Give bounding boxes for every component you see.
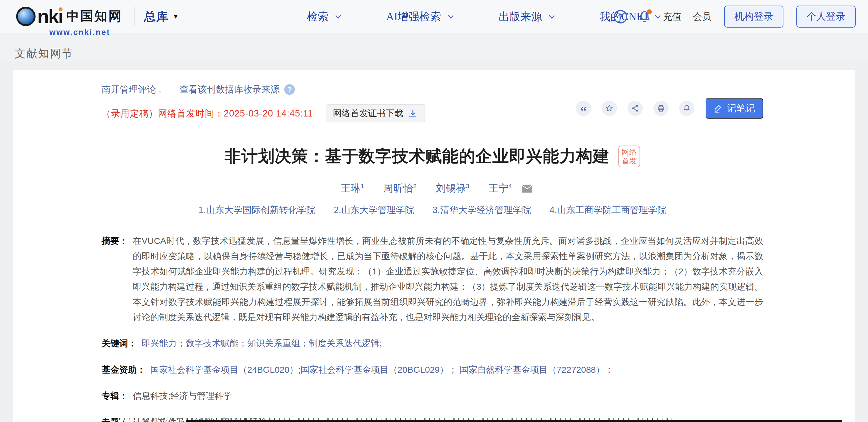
database-source-link[interactable]: 查看该刊数据库收录来源 <box>179 83 280 96</box>
favorite-star-icon[interactable] <box>602 101 617 116</box>
title-row: 非计划决策：基于数字技术赋能的企业即兴能力构建 网络 首发 <box>102 145 763 168</box>
main-nav: 检索 AI增强检索 出版来源 我的CNKI <box>307 0 661 33</box>
album-value: 信息科技;经济与管理科学 <box>133 388 232 404</box>
keywords-links[interactable]: 即兴能力；数字技术赋能；知识关系重组；制度关系迭代逻辑; <box>142 336 382 351</box>
nav-item-publication-source[interactable]: 出版来源 <box>499 9 556 24</box>
affiliation-link[interactable]: 4.山东工商学院工商管理学院 <box>549 205 666 215</box>
affiliation-link[interactable]: 2.山东大学管理学院 <box>334 205 414 215</box>
publish-status-text: （录用定稿）网络首发时间：2025-03-20 14:45:11 <box>102 107 313 120</box>
pencil-icon <box>714 104 722 113</box>
breadcrumb: 文献知网节 <box>0 33 868 61</box>
chevron-down-icon <box>335 13 342 21</box>
nav-item-search[interactable]: 检索 <box>307 9 342 24</box>
fund-links[interactable]: 国家社会科学基金项目（24BGL020）;国家社会科学基金项目（20BGL029… <box>150 362 613 378</box>
author-link[interactable]: 刘锡禄3 <box>436 183 469 194</box>
notification-dot <box>647 9 652 14</box>
member-link[interactable]: 会员 <box>693 10 711 23</box>
download-icon <box>408 109 417 118</box>
action-icon-row: “ <box>576 98 763 119</box>
email-icon[interactable] <box>522 184 532 195</box>
nav-item-label: 检索 <box>307 9 329 24</box>
album-row: 专辑： 信息科技;经济与管理科学 <box>102 388 763 404</box>
first-publish-badge: 网络 首发 <box>618 145 640 167</box>
share-icon[interactable] <box>627 101 643 116</box>
authors-row: 王琳1 周昕怡2 刘锡禄3 王宁4 <box>102 182 763 195</box>
header-right: ? 充值 会员 机构登录 个人登录 <box>614 0 856 33</box>
author-link[interactable]: 王宁4 <box>488 183 512 194</box>
caret-down-icon: ▾ <box>174 12 177 21</box>
author-link[interactable]: 周昕怡2 <box>383 183 417 194</box>
affiliation-link[interactable]: 3.清华大学经济管理学院 <box>433 205 531 215</box>
library-switcher-label: 总库 <box>144 8 168 25</box>
journal-name-link[interactable]: 南开管理评论 . <box>102 83 161 96</box>
notification-bell-icon[interactable] <box>638 10 651 24</box>
take-note-label: 记笔记 <box>727 102 755 115</box>
take-note-button[interactable]: 记笔记 <box>706 98 763 119</box>
album-label: 专辑： <box>102 388 128 404</box>
brand-latin: nki <box>37 7 63 26</box>
recharge-link[interactable]: 充值 <box>663 10 681 23</box>
help-icon[interactable]: ? <box>614 10 627 24</box>
alert-bell-icon[interactable] <box>679 101 694 116</box>
affiliations-row: 1.山东大学国际创新转化学院 2.山东大学管理学院 3.清华大学经济管理学院 4… <box>102 204 763 216</box>
article-card: 南开管理评论 . 查看该刊数据库收录来源 ? （录用定稿）网络首发时间：2025… <box>12 70 855 422</box>
cite-quote-icon[interactable]: “ <box>576 101 591 116</box>
chevron-down-icon <box>548 13 556 21</box>
org-login-button[interactable]: 机构登录 <box>724 6 783 28</box>
top-header: nki 中国知网 www.cnki.net 总库 ▾ 检索 AI增强检索 出版来… <box>0 0 868 33</box>
author-link[interactable]: 王琳1 <box>341 183 364 194</box>
globe-logo-icon <box>16 7 35 26</box>
fund-label: 基金资助： <box>102 362 146 378</box>
nav-item-ai-search[interactable]: AI增强检索 <box>386 9 455 24</box>
header-divider <box>134 7 134 26</box>
meta-block: 摘要： 在VUCA时代，数字技术迅猛发展，信息量呈爆炸性增长，商业生态被前所未有… <box>102 233 763 422</box>
keywords-label: 关键词： <box>102 336 137 351</box>
brand-chinese: 中国知网 <box>66 10 122 23</box>
chevron-down-icon <box>447 13 455 21</box>
journal-row: 南开管理评论 . 查看该刊数据库收录来源 ? <box>102 83 763 96</box>
abstract-label: 摘要： <box>102 233 128 249</box>
print-icon[interactable] <box>653 101 669 116</box>
nav-item-label: 出版来源 <box>499 9 542 24</box>
brand-url: www.cnki.net <box>49 28 111 37</box>
cnki-logo[interactable]: nki 中国知网 www.cnki.net <box>0 7 122 26</box>
bottom-cutoff-bar <box>186 420 842 422</box>
fund-row: 基金资助： 国家社会科学基金项目（24BGL020）;国家社会科学基金项目（20… <box>102 362 763 378</box>
keywords-row: 关键词： 即兴能力；数字技术赋能；知识关系重组；制度关系迭代逻辑; <box>102 336 763 351</box>
personal-login-button[interactable]: 个人登录 <box>796 6 856 28</box>
breadcrumb-strip: 文献知网节 <box>0 33 868 61</box>
source-help-icon[interactable]: ? <box>284 84 295 95</box>
certificate-download-label: 网络首发证书下载 <box>333 107 403 120</box>
nav-item-label: AI增强检索 <box>386 9 441 24</box>
certificate-download-button[interactable]: 网络首发证书下载 <box>326 104 425 122</box>
affiliation-link[interactable]: 1.山东大学国际创新转化学院 <box>198 205 315 215</box>
abstract-row: 摘要： 在VUCA时代，数字技术迅猛发展，信息量呈爆炸性增长，商业生态被前所未有… <box>102 233 763 325</box>
library-switcher[interactable]: 总库 ▾ <box>144 8 177 25</box>
article-title: 非计划决策：基于数字技术赋能的企业即兴能力构建 <box>225 147 610 165</box>
abstract-text: 在VUCA时代，数字技术迅猛发展，信息量呈爆炸性增长，商业生态被前所未有的不确定… <box>133 233 763 325</box>
